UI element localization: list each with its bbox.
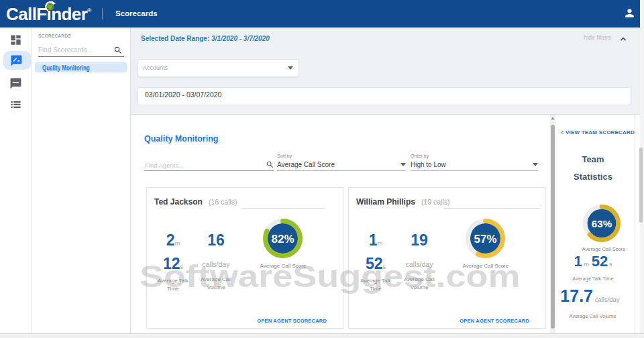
svg-text:63%: 63% xyxy=(592,218,612,229)
svg-text:57%: 57% xyxy=(474,233,496,245)
svg-text:82%: 82% xyxy=(271,233,294,245)
